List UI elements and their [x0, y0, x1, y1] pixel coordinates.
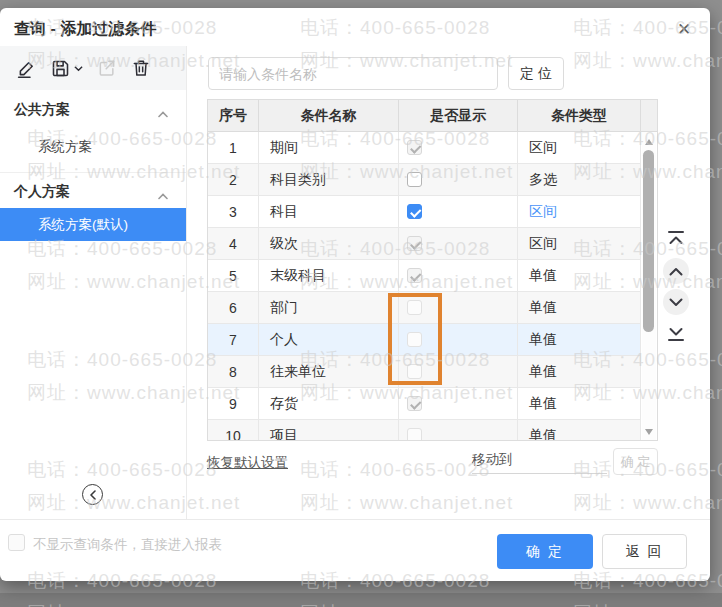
row-number: 10 [208, 420, 259, 441]
display-cell [399, 260, 518, 291]
condition-name: 级次 [259, 228, 399, 259]
condition-name: 科目类别 [259, 164, 399, 195]
move-to-top-button[interactable] [667, 230, 685, 251]
display-cell [399, 196, 518, 227]
table-row[interactable]: 9存货单值 [208, 388, 641, 420]
table-scrollbar[interactable] [642, 132, 656, 441]
header-type: 条件类型 [518, 100, 641, 131]
condition-name: 往来单位 [259, 356, 399, 387]
back-button[interactable]: 返 回 [602, 534, 687, 569]
condition-type-cell: 单值 [518, 420, 641, 441]
display-checkbox [407, 300, 422, 315]
filter-dialog: 查询 - 添加过滤条件 ✕ 公共方案 系统方案 [0, 8, 710, 581]
condition-type-cell: 单值 [518, 324, 641, 355]
condition-type: 单值 [529, 363, 557, 381]
condition-name: 存货 [259, 388, 399, 419]
table-row[interactable]: 1期间区间 [208, 132, 641, 164]
restore-defaults-link[interactable]: 恢复默认设置 [207, 454, 288, 472]
sidebar-item-system-plan[interactable]: 系统方案 [0, 130, 186, 163]
condition-name-search-input[interactable] [208, 57, 498, 90]
row-number: 4 [208, 228, 259, 259]
display-checkbox [407, 332, 422, 347]
move-to-field: 移动到 [472, 448, 607, 474]
condition-type-link[interactable]: 区间 [529, 203, 557, 221]
save-button[interactable] [50, 58, 83, 79]
chevron-up-icon[interactable] [158, 105, 168, 121]
display-cell [399, 292, 518, 323]
condition-type: 单值 [529, 427, 557, 442]
condition-type-cell: 单值 [518, 388, 641, 419]
close-icon[interactable]: ✕ [674, 20, 694, 40]
condition-name: 个人 [259, 324, 399, 355]
display-checkbox [407, 236, 422, 251]
table-row[interactable]: 6部门单值 [208, 292, 641, 324]
display-checkbox[interactable] [407, 204, 422, 219]
condition-name: 部门 [259, 292, 399, 323]
delete-icon[interactable] [131, 57, 153, 79]
move-confirm-button[interactable]: 确 定 [613, 448, 658, 475]
condition-type-cell: 多选 [518, 164, 641, 195]
sidebar-item-system-plan-default[interactable]: 系统方案(默认) [0, 208, 186, 241]
scrollbar-down-arrow-icon[interactable] [645, 429, 653, 435]
row-number: 6 [208, 292, 259, 323]
display-cell [399, 324, 518, 355]
chevron-down-icon [74, 65, 83, 72]
condition-name: 科目 [259, 196, 399, 227]
condition-type-cell: 单值 [518, 292, 641, 323]
move-to-bottom-button[interactable] [667, 325, 685, 346]
move-to-input[interactable] [513, 451, 608, 473]
table-row[interactable]: 2科目类别多选 [208, 164, 641, 196]
filter-conditions-table: 序号 条件名称 是否显示 条件类型 1期间区间2科目类别多选3科目区间4级次区间… [207, 99, 658, 441]
chevron-up-icon [669, 267, 683, 276]
table-row[interactable]: 10项目单值 [208, 420, 641, 441]
display-checkbox [407, 268, 422, 283]
export-icon [97, 57, 119, 79]
footer-divider [0, 519, 710, 520]
display-cell [399, 388, 518, 419]
table-row[interactable]: 4级次区间 [208, 228, 641, 260]
row-number: 9 [208, 388, 259, 419]
page-bottom-strip [0, 593, 722, 607]
condition-type: 区间 [529, 235, 557, 253]
chevron-up-icon[interactable] [158, 187, 168, 203]
row-number: 1 [208, 132, 259, 163]
sidebar-item-label: 系统方案(默认) [38, 216, 128, 234]
table-row[interactable]: 3科目区间 [208, 196, 641, 228]
table-row[interactable]: 5末级科目单值 [208, 260, 641, 292]
dialog-title: 查询 - 添加过滤条件 [14, 19, 156, 40]
section-label: 个人方案 [14, 183, 70, 201]
scrollbar-up-arrow-icon[interactable] [645, 139, 653, 145]
condition-type: 区间 [529, 139, 557, 157]
condition-type: 单值 [529, 299, 557, 317]
edit-icon[interactable] [16, 57, 38, 79]
condition-name: 项目 [259, 420, 399, 441]
sidebar-section-personal[interactable]: 个人方案 [0, 176, 186, 208]
row-number: 7 [208, 324, 259, 355]
display-cell [399, 228, 518, 259]
hide-query-checkbox[interactable] [8, 534, 25, 551]
move-down-button[interactable] [663, 289, 689, 315]
plan-toolbar [0, 46, 186, 90]
display-cell [399, 356, 518, 387]
header-scrollbar-gutter [641, 100, 656, 131]
table-row[interactable]: 7个人单值 [208, 324, 641, 356]
display-checkbox [407, 428, 422, 441]
condition-type-cell: 区间 [518, 228, 641, 259]
table-body: 1期间区间2科目类别多选3科目区间4级次区间5末级科目单值6部门单值7个人单值8… [208, 132, 657, 441]
condition-type: 单值 [529, 331, 557, 349]
move-up-button[interactable] [663, 258, 689, 284]
locate-button[interactable]: 定 位 [508, 57, 564, 90]
ok-button[interactable]: 确 定 [497, 534, 593, 569]
collapse-panel-button[interactable] [82, 484, 103, 505]
sidebar-section-public[interactable]: 公共方案 [0, 94, 186, 126]
condition-type-cell[interactable]: 区间 [518, 196, 641, 227]
hide-query-checkbox-label: 不显示查询条件，直接进入报表 [33, 536, 222, 554]
scrollbar-thumb[interactable] [643, 150, 654, 332]
display-checkbox[interactable] [407, 172, 422, 187]
header-name: 条件名称 [259, 100, 399, 131]
row-number: 3 [208, 196, 259, 227]
table-row[interactable]: 8往来单位单值 [208, 356, 641, 388]
display-checkbox [407, 396, 422, 411]
plan-sidebar: 公共方案 系统方案 个人方案 系统方案(默认) [0, 46, 187, 519]
display-cell [399, 420, 518, 441]
